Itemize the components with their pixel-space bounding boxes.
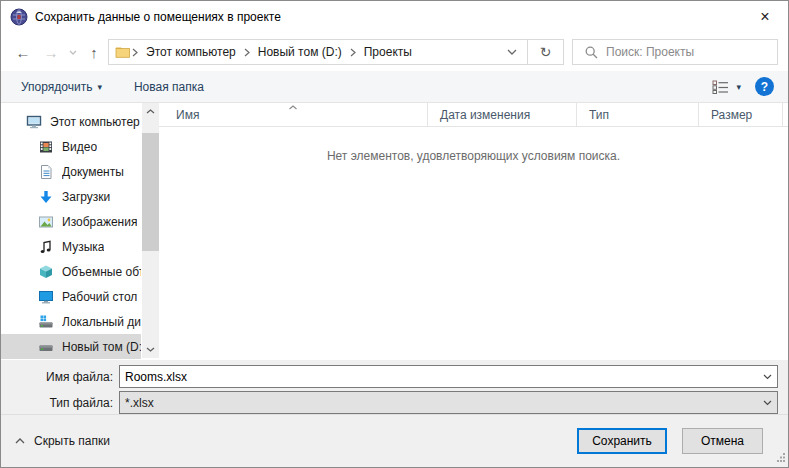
breadcrumb-item[interactable]: Новый том (D:) xyxy=(251,45,349,59)
navigation-pane: Этот компьютерВидеоДокументыЗагрузкиИзоб… xyxy=(1,103,159,360)
column-header-label: Имя xyxy=(176,108,199,122)
empty-folder-message: Нет элементов, удовлетворяющих условиям … xyxy=(159,149,788,163)
documents-icon xyxy=(38,164,54,180)
dialog-footer: Скрыть папки Сохранить Отмена xyxy=(1,414,788,467)
dialog-content: Этот компьютерВидеоДокументыЗагрузкиИзоб… xyxy=(1,103,788,360)
window-title: Сохранить данные о помещениях в проекте xyxy=(35,10,281,24)
navigation-bar: ← → ↑ Этот компьютерНовый том (D:)Проект… xyxy=(1,33,788,71)
drive-icon xyxy=(38,339,54,355)
hide-folders-label: Скрыть папки xyxy=(34,434,110,448)
chevron-down-icon[interactable] xyxy=(763,374,772,380)
breadcrumb-item[interactable]: Проекты xyxy=(357,45,419,59)
sidebar-item-label: Музыка xyxy=(62,240,104,254)
breadcrumb-chevron-icon[interactable] xyxy=(349,48,357,57)
sort-ascending-icon xyxy=(289,103,298,110)
filetype-label: Тип файла: xyxy=(1,396,119,410)
breadcrumb-chevron-icon[interactable] xyxy=(243,48,251,57)
search-icon xyxy=(585,46,598,59)
filename-row: Имя файла: xyxy=(1,365,788,388)
scrollbar-thumb[interactable] xyxy=(142,133,159,251)
breadcrumb-item[interactable]: Этот компьютер xyxy=(139,45,243,59)
sidebar-item-label: Локальный дис xyxy=(62,315,141,329)
sidebar-item[interactable]: Новый том (D:) xyxy=(1,334,141,359)
address-dropdown-chevron-icon[interactable] xyxy=(501,40,523,64)
sidebar-item-label: Рабочий стол xyxy=(62,290,137,304)
recent-locations-chevron-icon[interactable] xyxy=(65,38,80,66)
sidebar-item[interactable]: Этот компьютер xyxy=(1,109,141,134)
save-button[interactable]: Сохранить xyxy=(577,428,667,454)
sidebar-scrollbar[interactable] xyxy=(142,103,159,358)
breadcrumb: Этот компьютерНовый том (D:)Проекты xyxy=(131,45,419,59)
toolbar-right-group: ▾ ? xyxy=(708,74,774,100)
column-header[interactable]: Дата изменения xyxy=(428,103,577,126)
sidebar-item[interactable]: Изображения xyxy=(1,209,141,234)
scroll-up-icon[interactable] xyxy=(142,103,159,120)
sidebar-item-label: Новый том (D:) xyxy=(62,340,141,354)
sidebar-item[interactable]: Загрузки xyxy=(1,184,141,209)
chevron-down-icon xyxy=(763,400,772,406)
close-button[interactable]: × xyxy=(742,1,788,33)
column-header-label: Дата изменения xyxy=(440,108,530,122)
organize-label: Упорядочить xyxy=(21,80,92,94)
chevron-up-icon xyxy=(15,438,25,444)
column-header[interactable]: Тип xyxy=(577,103,699,126)
search-input[interactable] xyxy=(606,45,771,59)
address-bar[interactable]: Этот компьютерНовый том (D:)Проекты xyxy=(108,39,528,65)
filetype-value: *.xlsx xyxy=(120,396,154,410)
filetype-row: Тип файла: *.xlsx xyxy=(1,391,788,414)
sidebar-item[interactable]: Документы xyxy=(1,159,141,184)
up-button[interactable]: ↑ xyxy=(80,38,108,66)
cancel-button[interactable]: Отмена xyxy=(682,428,763,454)
column-header[interactable]: Имя xyxy=(159,103,428,126)
back-button[interactable]: ← xyxy=(9,38,37,66)
column-headers: ИмяДата измененияТипРазмер xyxy=(159,103,788,127)
downloads-icon xyxy=(38,189,54,205)
sidebar-items: Этот компьютерВидеоДокументыЗагрузкиИзоб… xyxy=(1,109,159,359)
new-folder-button[interactable]: Новая папка xyxy=(126,74,212,100)
file-list-area: ИмяДата измененияТипРазмер Нет элементов… xyxy=(159,103,788,360)
scroll-down-icon[interactable] xyxy=(142,341,159,358)
refresh-button[interactable]: ↻ xyxy=(528,39,564,65)
sidebar-item[interactable]: Объемные объ xyxy=(1,259,141,284)
videos-icon xyxy=(38,139,54,155)
search-box xyxy=(572,39,778,65)
sidebar-item[interactable]: Рабочий стол xyxy=(1,284,141,309)
computer-icon xyxy=(26,114,42,130)
chevron-down-icon: ▾ xyxy=(736,82,741,92)
title-bar: Сохранить данные о помещениях в проекте … xyxy=(1,1,788,33)
details-view-icon xyxy=(712,80,730,94)
hide-folders-button[interactable]: Скрыть папки xyxy=(11,430,114,452)
column-header-label: Тип xyxy=(589,108,609,122)
3d-objects-icon xyxy=(38,264,54,280)
command-toolbar: Упорядочить ▾ Новая папка ▾ ? xyxy=(1,71,788,103)
chevron-down-icon: ▾ xyxy=(97,82,102,92)
sidebar-item-label: Документы xyxy=(62,165,124,179)
music-icon xyxy=(38,239,54,255)
local-disk-icon xyxy=(38,314,54,330)
column-header-label: Размер xyxy=(711,108,752,122)
resize-grip-icon[interactable] xyxy=(775,451,786,465)
breadcrumb-chevron-icon[interactable] xyxy=(131,48,139,57)
sidebar-item-label: Видео xyxy=(62,140,97,154)
sidebar-item[interactable]: Локальный дис xyxy=(1,309,141,334)
filename-combo xyxy=(119,365,778,388)
column-header[interactable]: Размер xyxy=(699,103,783,126)
save-file-dialog: Сохранить данные о помещениях в проекте … xyxy=(0,0,789,468)
change-view-button[interactable]: ▾ xyxy=(708,74,745,100)
sidebar-item-label: Объемные объ xyxy=(62,265,141,279)
sidebar-item[interactable]: Музыка xyxy=(1,234,141,259)
forward-button[interactable]: → xyxy=(37,38,65,66)
sidebar-item-label: Изображения xyxy=(62,215,137,229)
sidebar-item[interactable]: Видео xyxy=(1,134,141,159)
folder-icon xyxy=(115,44,131,60)
filename-input[interactable] xyxy=(120,370,777,384)
pictures-icon xyxy=(38,214,54,230)
sidebar-item-label: Этот компьютер xyxy=(50,115,140,129)
organize-button[interactable]: Упорядочить ▾ xyxy=(13,74,110,100)
desktop-icon xyxy=(38,289,54,305)
help-button[interactable]: ? xyxy=(755,77,774,96)
app-icon xyxy=(10,8,28,26)
file-fields-strip: Имя файла: Тип файла: *.xlsx xyxy=(1,360,788,414)
filetype-select[interactable]: *.xlsx xyxy=(119,391,778,414)
filename-label: Имя файла: xyxy=(1,370,119,384)
